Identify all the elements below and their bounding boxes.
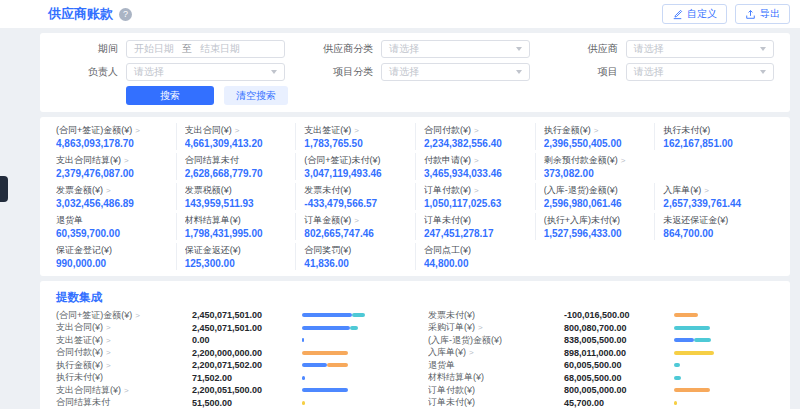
select-placeholder: 请选择 xyxy=(134,65,164,79)
metric-label[interactable]: 支出合同结算(¥)> xyxy=(56,154,168,167)
metric-label[interactable]: 订单付款(¥)> xyxy=(424,184,527,197)
bar-segment xyxy=(302,401,305,405)
metric-value: 864,700.00 xyxy=(663,228,766,239)
metric-item: 付款申请(¥)>3,465,934,033.46 xyxy=(415,153,535,180)
metric-label[interactable]: (合同+签证)金额(¥)> xyxy=(56,309,192,322)
project-category-select[interactable]: 请选择 xyxy=(381,63,529,81)
metric-label[interactable]: 入库单(¥)> xyxy=(663,184,766,197)
supplier-select[interactable]: 请选择 xyxy=(626,40,774,58)
bar-segment xyxy=(352,313,365,317)
chevron-right-icon: > xyxy=(106,348,111,357)
group-name-link[interactable]: 提数集成 xyxy=(56,290,102,305)
chevron-right-icon: > xyxy=(354,126,359,135)
group-row: (合同+签证)金额(¥)>2,450,071,501.00发票未付(¥)-100… xyxy=(56,309,774,322)
group-metric-right: 入库单(¥)>898,011,000.00 xyxy=(428,346,774,359)
metric-label: (入库-退货)金额(¥) xyxy=(544,184,647,197)
metric-label[interactable]: 支出合同(¥)> xyxy=(56,321,192,334)
date-range-input[interactable]: 开始日期至结束日期 xyxy=(126,40,285,58)
metric-value: 2,657,339,761.44 xyxy=(663,198,766,209)
group-metric-left: 支出合同结算(¥)>2,200,051,500.00 xyxy=(56,384,402,397)
bar-segment xyxy=(674,363,680,367)
metric-label[interactable]: 执行金额(¥)> xyxy=(544,124,647,137)
metric-value: 125,300.00 xyxy=(185,258,288,269)
metric-bar xyxy=(302,363,402,367)
chevron-right-icon: > xyxy=(124,386,129,395)
metric-item: 剩余预付款金额(¥)>373,082.00 xyxy=(535,153,655,180)
metric-label[interactable]: 支出合同结算(¥)> xyxy=(56,384,192,397)
chevron-right-icon: > xyxy=(135,126,140,135)
group-row: 执行未付(¥)71,502.00材料结算单(¥)68,005,500.00 xyxy=(56,372,774,385)
help-icon[interactable]: ? xyxy=(119,8,132,21)
metric-label[interactable]: 合同付款(¥)> xyxy=(56,346,192,359)
metric-item: 执行金额(¥)>2,396,550,405.00 xyxy=(535,123,655,150)
metric-bar xyxy=(674,338,774,342)
summary-row: (合同+签证)金额(¥)>4,863,093,178.70支出合同(¥)>4,6… xyxy=(56,123,774,150)
sidebar-expand-handle[interactable] xyxy=(0,176,8,202)
chevron-down-icon xyxy=(760,70,766,74)
bar-segment xyxy=(694,338,711,342)
owner-select[interactable]: 请选择 xyxy=(126,63,285,81)
supplier-category-select[interactable]: 请选择 xyxy=(381,40,529,58)
chevron-down-icon xyxy=(760,47,766,51)
metric-label[interactable]: 付款申请(¥)> xyxy=(424,154,527,167)
metric-label[interactable]: 支出签证(¥)> xyxy=(304,124,407,137)
clear-search-button[interactable]: 清空搜索 xyxy=(224,86,288,105)
metric-label[interactable]: 采购订单(¥)> xyxy=(428,321,564,334)
metric-bar xyxy=(674,351,774,355)
group-metric-right: 发票未付(¥)-100,016,500.00 xyxy=(428,309,774,322)
metric-label: 发票未付(¥) xyxy=(428,309,564,322)
filter-label-supplier: 供应商 xyxy=(556,42,618,56)
metric-item: 支出合同结算(¥)>2,379,476,087.00 xyxy=(56,153,176,180)
bar-segment xyxy=(302,326,350,330)
filter-label-project: 项目 xyxy=(556,65,618,79)
metric-label[interactable]: 发票金额(¥)> xyxy=(56,184,168,197)
select-placeholder: 请选择 xyxy=(634,65,664,79)
bar-segment xyxy=(674,376,681,380)
metric-value: -433,479,566.57 xyxy=(304,198,407,209)
metric-label[interactable]: 入库单(¥)> xyxy=(428,346,564,359)
group-metric-right: 材料结算单(¥)68,005,500.00 xyxy=(428,371,774,384)
group-metric-left: 合同结算未付51,500.00 xyxy=(56,396,402,409)
group-row: 合同结算未付51,500.00订单未付(¥)45,700.00 xyxy=(56,397,774,409)
metric-label[interactable]: (合同+签证)金额(¥)> xyxy=(56,124,168,137)
metric-item: (执行+入库)未付(¥)1,527,596,433.00 xyxy=(535,213,655,240)
metric-value: 800,005,000.00 xyxy=(564,385,674,395)
summary-grid: (合同+签证)金额(¥)>4,863,093,178.70支出合同(¥)>4,6… xyxy=(56,123,774,270)
export-button[interactable]: 导出 xyxy=(735,4,790,24)
group-metric-left: 支出合同(¥)>2,450,071,501.00 xyxy=(56,321,402,334)
metric-label: 执行未付(¥) xyxy=(663,124,766,137)
group-metric-left: 执行金额(¥)>2,200,071,502.00 xyxy=(56,359,402,372)
metric-label: 合同点工(¥) xyxy=(424,244,527,257)
metric-label: 发票未付(¥) xyxy=(304,184,407,197)
search-button[interactable]: 搜索 xyxy=(126,86,214,105)
metric-bar xyxy=(302,376,402,380)
metric-value: 2,379,476,087.00 xyxy=(56,168,168,179)
customize-button[interactable]: 自定义 xyxy=(662,4,727,24)
chevron-down-icon xyxy=(516,47,522,51)
top-header: 供应商账款 ? 自定义 导出 xyxy=(0,0,800,28)
summary-row: 支出合同结算(¥)>2,379,476,087.00合同结算未付2,628,66… xyxy=(56,153,774,180)
metric-label[interactable]: 支出合同(¥)> xyxy=(185,124,288,137)
metric-label[interactable]: 执行金额(¥)> xyxy=(56,359,192,372)
metric-value: 2,200,051,500.00 xyxy=(192,385,302,395)
metric-label[interactable]: 订单金额(¥)> xyxy=(304,214,407,227)
metric-value: 162,167,851.00 xyxy=(663,138,766,149)
metric-item: 合同付款(¥)>2,234,382,556.40 xyxy=(415,123,535,150)
metric-item: 支出签证(¥)>1,783,765.50 xyxy=(295,123,415,150)
project-select[interactable]: 请选择 xyxy=(626,63,774,81)
metric-value: 2,396,550,405.00 xyxy=(544,138,647,149)
chevron-right-icon: > xyxy=(478,323,483,332)
group-metric-right: 退货单60,005,500.00 xyxy=(428,359,774,372)
metric-label[interactable]: 剩余预付款金额(¥)> xyxy=(544,154,647,167)
metric-label[interactable]: 支出签证(¥)> xyxy=(56,334,192,347)
bar-segment xyxy=(302,338,304,342)
metric-label[interactable]: 合同付款(¥)> xyxy=(424,124,527,137)
metric-value: 2,628,668,779.70 xyxy=(185,168,288,179)
filter-item-project-category: 项目分类请选择 xyxy=(311,62,529,81)
group-row: 支出合同(¥)>2,450,071,501.00采购订单(¥)>800,080,… xyxy=(56,322,774,335)
metric-value: 60,005,500.00 xyxy=(564,360,674,370)
chevron-right-icon: > xyxy=(235,126,240,135)
filter-panel: 期间开始日期至结束日期供应商分类请选择供应商请选择负责人请选择项目分类请选择项目… xyxy=(40,33,790,112)
bar-segment xyxy=(674,313,698,317)
metric-value: 3,047,119,493.46 xyxy=(304,168,407,179)
